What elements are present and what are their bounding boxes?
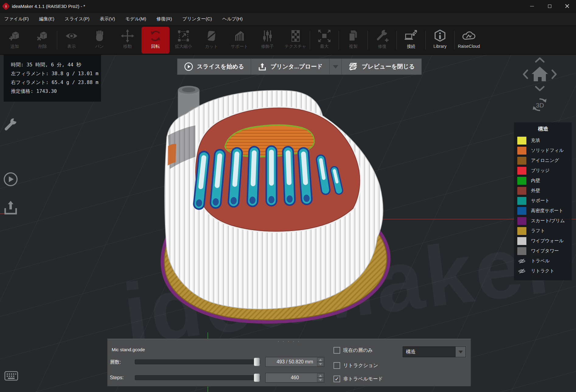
eye-icon xyxy=(64,29,79,43)
structure-legend: 構造 充填 ソリッドフィル アイロニング ブリッジ 内壁 外壁 サポート 高密度… xyxy=(514,122,572,280)
menu-repair[interactable]: 修復(R) xyxy=(157,16,172,22)
toolbar-separator xyxy=(368,31,368,50)
legend-item-inner-wall: 内壁 xyxy=(517,176,569,186)
color-swatch xyxy=(517,207,527,215)
start-slice-button[interactable]: スライスを始める xyxy=(177,59,251,75)
menu-help[interactable]: ヘルプ(H) xyxy=(222,16,243,22)
pan-button[interactable]: パン xyxy=(86,27,113,54)
legend-toggle-travel[interactable]: トラベル xyxy=(517,256,569,266)
sliders-icon xyxy=(260,29,275,43)
add-model-icon xyxy=(7,29,22,43)
menu-file[interactable]: ファイル(F) xyxy=(4,16,29,22)
rotate-3d-button[interactable]: 3D xyxy=(533,99,546,110)
keyboard-shortcuts-button[interactable] xyxy=(4,371,18,382)
wrench-icon xyxy=(4,117,18,132)
model-preview[interactable] xyxy=(164,86,387,320)
play-preview-button[interactable] xyxy=(3,172,18,188)
layer-slider[interactable] xyxy=(135,359,260,364)
checkbox-no-travel-mode[interactable]: ✓ 非トラベルモード xyxy=(333,376,383,382)
home-view-button[interactable] xyxy=(532,67,548,81)
layers-label: 層数: xyxy=(110,359,121,366)
scale-icon xyxy=(176,29,191,43)
raisecloud-button[interactable]: RaiseCloud xyxy=(455,27,483,54)
scale-button[interactable]: 拡大縮小 xyxy=(169,27,197,54)
color-swatch xyxy=(517,166,527,175)
wrench-plus-icon xyxy=(375,29,389,43)
maximize-button[interactable] xyxy=(541,0,558,12)
checkbox-retraction[interactable]: ✓ リトラクション xyxy=(333,362,378,369)
cut-icon xyxy=(204,29,219,43)
color-swatch xyxy=(517,136,527,145)
texture-button[interactable]: テクスチャ xyxy=(281,27,309,54)
play-circle-icon xyxy=(184,62,193,71)
color-swatch xyxy=(517,237,527,245)
legend-item-solid-fill: ソリッドフィル xyxy=(517,145,569,156)
menu-view[interactable]: 表示(V) xyxy=(100,16,115,22)
move-arrows-icon xyxy=(120,29,135,43)
toolbar-separator xyxy=(339,31,339,50)
rotate-up-button[interactable] xyxy=(536,58,544,62)
upload-printer-button[interactable]: プリンタ...プロード xyxy=(251,59,330,75)
toolbar-separator xyxy=(396,31,397,50)
upload-icon xyxy=(4,200,18,215)
library-button[interactable]: Library xyxy=(426,27,454,54)
checkbox-current-layer-only[interactable]: ✓ 現在の層のみ xyxy=(333,347,373,354)
menu-edit[interactable]: 編集(E) xyxy=(39,16,54,22)
move-button[interactable]: 移動 xyxy=(113,27,141,54)
upload-icon xyxy=(258,62,267,71)
modifier-button[interactable]: 修飾子 xyxy=(253,27,281,54)
add-button[interactable]: 追加 xyxy=(1,27,29,54)
menu-bar: ファイル(F) 編集(E) スライス(P) 表示(V) モデル(M) 修復(R)… xyxy=(0,12,576,26)
keyboard-icon xyxy=(4,371,18,381)
legend-item-skirt-brim: スカート/ブリム xyxy=(517,216,569,226)
layer-spin-down[interactable] xyxy=(317,362,324,366)
layer-value-box[interactable]: 493 / 50.820 mm xyxy=(265,357,324,367)
label-3d: 3D xyxy=(536,102,544,109)
connect-button[interactable]: 接続 xyxy=(397,27,425,54)
close-button[interactable] xyxy=(558,0,576,12)
repair-button[interactable]: 修復 xyxy=(368,27,396,54)
steps-slider-handle[interactable] xyxy=(254,373,260,382)
layers-icon xyxy=(348,62,358,71)
steps-value-box[interactable]: 460 xyxy=(265,373,324,383)
steps-spin-down[interactable] xyxy=(317,378,324,382)
layer-spin-up[interactable] xyxy=(317,358,324,362)
spinner-up-icon xyxy=(319,359,322,361)
cut-button[interactable]: カット xyxy=(197,27,225,54)
menu-slice[interactable]: スライス(P) xyxy=(65,16,89,22)
legend-item-support: サポート xyxy=(517,196,569,206)
stat-right-filament: 右フィラメント: 65.4 g / 23.88 m xyxy=(11,78,97,87)
duplicate-button[interactable]: 複製 xyxy=(339,27,367,54)
structure-dropdown[interactable]: 構造 xyxy=(403,346,466,357)
legend-item-dense-support: 高密度サポート xyxy=(517,206,569,216)
dropdown-arrow-button[interactable] xyxy=(455,347,466,357)
maximize-icon xyxy=(548,5,551,8)
legend-toggle-retract[interactable]: リトラクト xyxy=(517,266,569,276)
menu-model[interactable]: モデル(M) xyxy=(125,16,146,22)
checkerboard-icon xyxy=(288,29,303,43)
steps-spin-up[interactable] xyxy=(317,373,324,378)
upload-dropdown-button[interactable] xyxy=(330,59,342,75)
support-button[interactable]: サポート xyxy=(225,27,253,54)
view-button[interactable]: 表示 xyxy=(58,27,86,54)
delete-button[interactable]: 削除 xyxy=(29,27,57,54)
steps-label: Steps: xyxy=(110,375,124,380)
cloud-icon xyxy=(462,29,476,43)
checkbox-icon: ✓ xyxy=(333,376,340,382)
settings-wrench-button[interactable] xyxy=(4,117,18,133)
checkbox-icon: ✓ xyxy=(333,347,340,354)
export-button[interactable] xyxy=(4,200,18,217)
close-preview-button[interactable]: プレビューを閉じる xyxy=(342,59,421,75)
steps-slider[interactable] xyxy=(135,375,260,380)
minimize-button[interactable] xyxy=(523,0,541,12)
maximize-fit-button[interactable]: 最大 xyxy=(310,27,338,54)
layer-slider-handle[interactable] xyxy=(254,358,260,366)
stat-time: 時間: 35 時間, 6 分, 44 秒 xyxy=(11,60,97,69)
delete-model-icon xyxy=(35,29,50,43)
rotate-left-button[interactable] xyxy=(524,70,527,78)
menu-printer[interactable]: プリンター(C) xyxy=(182,16,212,22)
panel-drag-handle[interactable]: · · · · · xyxy=(278,340,301,343)
rotate-right-button[interactable] xyxy=(552,70,556,78)
rotate-down-button[interactable] xyxy=(536,87,544,90)
rotate-button[interactable]: 回転 xyxy=(141,27,169,54)
